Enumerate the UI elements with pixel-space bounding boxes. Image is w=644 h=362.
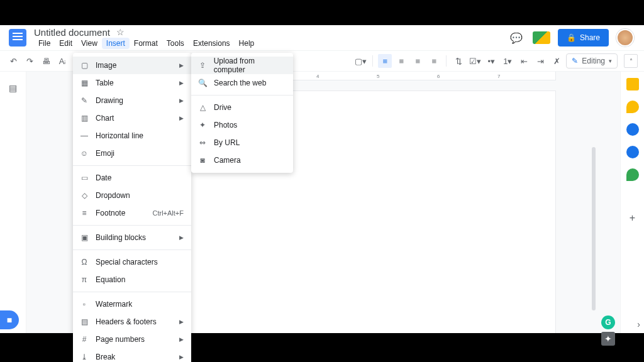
title-wrap: Untitled document ☆ FileEditViewInsertFo…: [34, 27, 502, 49]
menu-item-page-numbers[interactable]: #Page numbers▶: [73, 331, 191, 348]
menu-item-break[interactable]: ⤓Break▶: [73, 348, 191, 362]
explore-button[interactable]: ✦: [601, 332, 615, 346]
keep-icon[interactable]: [626, 101, 639, 113]
menu-item-label: Footnote: [96, 209, 125, 217]
redo-button[interactable]: ↷: [23, 54, 36, 68]
menu-item-dropdown[interactable]: ◇Dropdown: [73, 187, 191, 204]
menu-item-icon: ⤓: [79, 353, 89, 361]
menu-item-label: Drawing: [96, 96, 123, 105]
submenu-item-search-the-web[interactable]: 🔍Search the web: [191, 74, 293, 92]
submenu-arrow-icon: ▶: [179, 62, 184, 69]
menu-item-icon: ▫: [79, 300, 89, 309]
tasks-icon[interactable]: [626, 123, 639, 136]
insert-menu: ▢Image▶▦Table▶✎Drawing▶▥Chart▶—Horizonta…: [73, 53, 191, 362]
submenu-item-icon: ◙: [197, 156, 208, 165]
submenu-arrow-icon: ▶: [179, 80, 184, 86]
increase-indent-button[interactable]: ⇥: [533, 54, 547, 68]
document-title[interactable]: Untitled document: [34, 27, 110, 38]
decrease-indent-button[interactable]: ⇤: [517, 54, 531, 68]
menu-edit[interactable]: Edit: [55, 38, 77, 49]
menu-extensions[interactable]: Extensions: [189, 38, 235, 49]
submenu-item-photos[interactable]: ✦Photos: [191, 116, 293, 134]
print-button[interactable]: 🖶: [39, 54, 53, 68]
menu-item-equation[interactable]: πEquation: [73, 271, 191, 288]
align-center-button[interactable]: ≡: [394, 54, 408, 68]
menu-item-icon: ▥: [79, 114, 89, 123]
line-spacing-button[interactable]: ⇅: [452, 54, 465, 68]
menu-item-building-blocks[interactable]: ▣Building blocks▶: [73, 229, 191, 246]
align-right-button[interactable]: ≡: [411, 54, 425, 68]
menu-item-label: Emoji: [96, 149, 114, 158]
submenu-item-label: Drive: [214, 103, 231, 112]
clear-formatting-button[interactable]: ✗: [550, 54, 564, 68]
contacts-icon[interactable]: [626, 146, 639, 158]
pencil-icon: ✎: [572, 57, 578, 65]
menu-format[interactable]: Format: [130, 38, 162, 49]
menu-item-horizontal-line[interactable]: —Horizontal line: [73, 127, 191, 145]
outline-icon[interactable]: ▤: [9, 83, 17, 93]
calendar-icon[interactable]: [626, 78, 639, 90]
spellcheck-button[interactable]: Aᵢ: [55, 54, 69, 68]
menu-item-label: Table: [96, 79, 114, 87]
side-panel-toggle[interactable]: ›: [637, 319, 640, 329]
outline-rail: ▤: [0, 72, 26, 333]
menu-item-headers-&-footers[interactable]: ▤Headers & footers▶: [73, 313, 191, 331]
bulleted-list-button[interactable]: •▾: [484, 54, 498, 68]
menu-item-chart[interactable]: ▥Chart▶: [73, 109, 191, 127]
docs-logo-icon[interactable]: [9, 29, 26, 47]
menu-file[interactable]: File: [34, 38, 55, 49]
comments-history-icon[interactable]: 💬: [508, 29, 525, 47]
numbered-list-button[interactable]: 1▾: [501, 54, 514, 68]
menu-insert[interactable]: Insert: [102, 38, 130, 49]
ruler-mark: 4: [316, 74, 319, 79]
checklist-button[interactable]: ☑▾: [468, 54, 482, 68]
submenu-item-by-url[interactable]: ⇔By URL: [191, 134, 293, 151]
submenu-item-drive[interactable]: △Drive: [191, 99, 293, 116]
menu-item-table[interactable]: ▦Table▶: [73, 74, 191, 92]
submenu-item-upload-from-computer[interactable]: ⇪Upload from computer: [191, 57, 293, 74]
menu-item-drawing[interactable]: ✎Drawing▶: [73, 92, 191, 109]
menu-item-icon: ▢: [79, 61, 89, 70]
add-addon-icon[interactable]: +: [630, 212, 635, 224]
menu-view[interactable]: View: [77, 38, 102, 49]
insert-image-button[interactable]: ▢▾: [353, 54, 367, 68]
account-avatar[interactable]: [616, 29, 634, 47]
grammarly-icon[interactable]: G: [601, 315, 615, 329]
separator: [446, 55, 447, 67]
menu-tools[interactable]: Tools: [162, 38, 189, 49]
menu-item-label: Equation: [96, 275, 125, 284]
menu-item-label: Special characters: [96, 258, 158, 266]
menu-item-special-characters[interactable]: ΩSpecial characters: [73, 253, 191, 271]
menu-item-label: Page numbers: [96, 335, 145, 344]
share-button[interactable]: 🔒 Share: [558, 29, 609, 47]
shortcut: Ctrl+Alt+F: [152, 209, 184, 217]
align-left-button[interactable]: ≡: [378, 54, 392, 68]
mode-selector[interactable]: ✎ Editing ▾: [566, 53, 618, 69]
menu-item-icon: #: [79, 335, 89, 344]
collapse-toolbar-button[interactable]: ˄: [624, 54, 638, 68]
menu-item-icon: Ω: [79, 258, 89, 266]
undo-button[interactable]: ↶: [6, 54, 20, 68]
menu-item-footnote[interactable]: ≡FootnoteCtrl+Alt+F: [73, 204, 191, 222]
separator: [372, 55, 373, 67]
scrollbar-thumb[interactable]: [592, 147, 596, 310]
menu-item-date[interactable]: ▭Date: [73, 169, 191, 187]
right-actions: 💬 🔒 Share: [508, 29, 634, 47]
align-justify-button[interactable]: ≡: [427, 54, 441, 68]
submenu-item-camera[interactable]: ◙Camera: [191, 151, 293, 169]
menu-item-image[interactable]: ▢Image▶: [73, 57, 191, 74]
submenu-item-label: By URL: [214, 138, 240, 147]
meet-fab[interactable]: ■: [0, 310, 19, 329]
star-icon[interactable]: ☆: [116, 27, 125, 37]
submenu-item-label: Upload from computer: [214, 57, 287, 74]
submenu-arrow-icon: ▶: [179, 336, 184, 343]
menu-item-watermark[interactable]: ▫Watermark: [73, 295, 191, 313]
menu-item-emoji[interactable]: ☺Emoji: [73, 145, 191, 162]
menu-item-icon: π: [79, 275, 89, 284]
submenu-arrow-icon: ▶: [179, 97, 184, 104]
submenu-arrow-icon: ▶: [179, 115, 184, 121]
maps-icon[interactable]: [626, 168, 639, 181]
menu-help[interactable]: Help: [235, 38, 259, 49]
meet-icon[interactable]: [533, 31, 550, 44]
mode-label: Editing: [582, 57, 605, 65]
